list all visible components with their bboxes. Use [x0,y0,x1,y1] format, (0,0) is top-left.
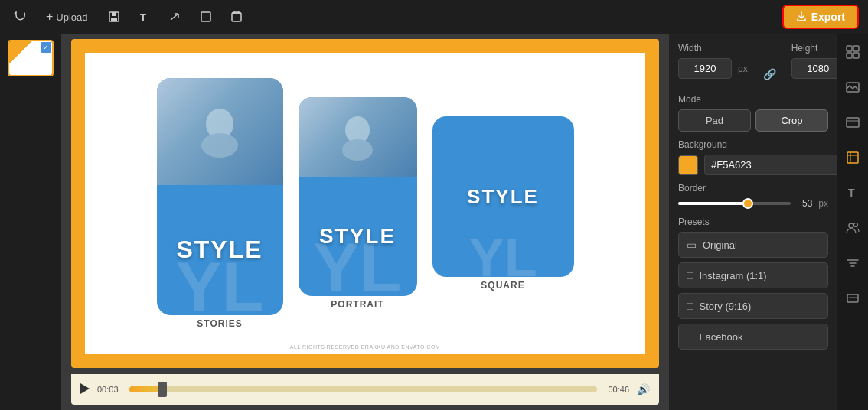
border-unit: px [818,198,828,209]
presets-label: Presets [678,216,828,227]
canvas-content: STYLE YL STORIES [85,53,645,354]
square-card[interactable]: STYLE YL [432,116,574,277]
svg-point-7 [201,133,238,158]
upload-button[interactable]: + Upload [40,7,94,27]
preset-story[interactable]: □ Story (9:16) [678,293,828,319]
thumbnail-check: ✓ [41,42,51,53]
color-value-input[interactable] [704,155,837,175]
volume-icon[interactable]: 🔊 [637,383,650,395]
layers-icon-btn[interactable] [840,286,865,311]
square-bg-text: YL [468,227,537,277]
slider-row: 53 px [678,198,828,209]
border-value: 53 [797,198,812,209]
mode-row: Pad Crop [678,109,828,132]
portrait-face [299,97,417,177]
progress-track[interactable] [129,386,597,392]
preset-original[interactable]: ▭ Original [678,232,828,258]
svg-rect-16 [847,118,859,127]
width-input[interactable] [678,58,732,79]
preset-facebook-label: Facebook [699,331,742,343]
pad-button[interactable]: Pad [678,109,751,132]
media-icon-btn[interactable] [840,110,865,135]
portrait-label: PORTRAIT [331,299,383,310]
svg-rect-11 [847,46,852,51]
thumbnail-1[interactable]: ✓ [8,40,54,76]
upload-label: Upload [56,11,87,23]
slider-fill [678,202,748,205]
svg-rect-4 [201,12,210,21]
main-area: ✓ [0,34,868,410]
portrait-card[interactable]: STYLE YL [299,97,417,296]
background-label: Background [678,139,828,150]
stories-face [157,78,283,185]
undo-button[interactable] [9,6,31,28]
svg-text:T: T [848,187,855,199]
height-label: Height [791,43,837,54]
width-unit: px [738,63,748,74]
stories-card-wrapper: STYLE YL STORIES [157,78,283,329]
width-row: px [678,58,748,79]
delete-button[interactable] [226,6,247,28]
settings-icon-btn[interactable] [840,251,865,275]
width-label: Width [678,43,748,54]
svg-point-9 [342,139,373,161]
portrait-text-area: STYLE YL [299,177,417,296]
export-button[interactable]: Export [782,5,859,29]
far-right-panel: T [837,34,868,410]
border-label: Border [678,183,828,194]
plus-icon: + [46,10,53,24]
svg-rect-5 [232,13,241,21]
preset-instagram[interactable]: □ Instagram (1:1) [678,262,828,288]
export-label: Export [811,11,845,23]
portrait-card-wrapper: STYLE YL PORTRAIT [299,97,417,310]
color-swatch[interactable] [678,155,698,175]
users-icon-btn[interactable] [840,216,865,240]
arrow-button[interactable] [165,6,186,28]
border-section: Border 53 px [678,183,828,209]
svg-rect-17 [847,152,858,163]
stories-card[interactable]: STYLE YL [157,78,283,315]
preset-original-label: Original [703,239,737,251]
square-text-area: STYLE YL [432,116,574,277]
story-icon: □ [687,300,693,312]
stories-style-text: STYLE [176,236,263,264]
canvas-wrapper: STYLE YL STORIES [71,39,659,368]
stories-label: STORIES [197,318,242,329]
save-button[interactable] [103,6,125,28]
slider-track[interactable] [678,202,791,205]
play-button[interactable] [80,383,90,396]
background-row [678,155,828,175]
link-icon: 🔗 [763,68,776,80]
presets-section: Presets ▭ Original □ Instagram (1:1) □ S… [678,216,828,350]
left-panel: ✓ [0,34,61,410]
image-icon-btn[interactable] [840,75,865,99]
crop-button[interactable]: Crop [755,109,828,132]
preset-instagram-label: Instagram (1:1) [699,270,766,281]
stories-text-area: STYLE YL [157,185,283,316]
height-input[interactable] [791,58,837,79]
preset-facebook[interactable]: □ Facebook [678,324,828,350]
stories-photo [157,78,283,185]
svg-rect-2 [111,18,117,21]
svg-marker-10 [80,383,90,394]
end-time: 00:46 [605,385,629,394]
text-icon-btn[interactable]: T [840,181,865,205]
svg-rect-21 [847,294,858,302]
progress-thumb [158,382,167,397]
canvas-area: STYLE YL STORIES [61,34,669,410]
current-time: 00:03 [97,385,122,394]
original-icon: ▭ [687,239,697,251]
settings-content: Width px 🔗 Height px [669,34,837,410]
right-panel: Width px 🔗 Height px [669,34,837,410]
svg-rect-12 [853,46,859,51]
slider-thumb[interactable] [742,198,753,209]
svg-rect-13 [847,53,852,58]
instagram-icon: □ [687,269,693,281]
crop-icon-btn[interactable] [840,145,865,170]
grid-icon-btn[interactable] [840,40,865,64]
height-row: px [791,58,837,79]
shape-button[interactable] [195,6,217,28]
square-style-text: STYLE [467,185,539,209]
playback-bar: 00:03 00:46 🔊 [71,374,659,405]
text-button[interactable]: T [134,6,155,28]
